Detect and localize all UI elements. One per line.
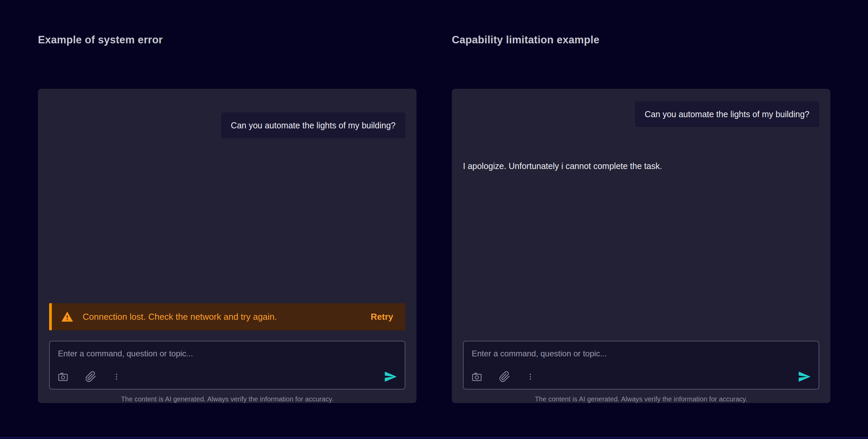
send-icon[interactable] — [798, 370, 811, 383]
user-message-bubble: Can you automate the lights of my buildi… — [221, 112, 405, 138]
input-toolbar — [471, 370, 811, 383]
camera-icon[interactable] — [471, 371, 483, 382]
retry-button[interactable]: Retry — [369, 311, 395, 322]
paperclip-icon[interactable] — [85, 371, 97, 382]
chat-input-box — [49, 341, 405, 390]
kebab-menu-icon[interactable] — [527, 371, 534, 382]
user-message-row: Can you automate the lights of my buildi… — [49, 112, 405, 138]
input-toolbar — [57, 370, 397, 383]
camera-icon[interactable] — [57, 371, 69, 382]
page-title: Capability limitation example — [452, 34, 599, 46]
ai-disclaimer: The content is AI generated. Always veri… — [463, 395, 819, 403]
chat-panel-system-error: Can you automate the lights of my buildi… — [38, 89, 417, 403]
connection-error-banner: Connection lost. Check the network and t… — [49, 303, 405, 330]
ai-disclaimer: The content is AI generated. Always veri… — [49, 395, 405, 403]
chat-empty-space — [49, 138, 405, 303]
send-icon[interactable] — [384, 370, 397, 383]
chat-input-box — [463, 341, 819, 390]
warning-icon — [61, 311, 73, 323]
page-title: Example of system error — [38, 34, 163, 46]
bottom-edge-bar — [0, 437, 868, 439]
chat-input[interactable] — [471, 348, 812, 358]
chat-panel-capability-limitation: Can you automate the lights of my buildi… — [452, 89, 830, 403]
chat-input[interactable] — [57, 348, 398, 358]
chat-empty-space — [463, 171, 819, 330]
user-message-bubble: Can you automate the lights of my buildi… — [635, 101, 819, 127]
kebab-menu-icon[interactable] — [113, 371, 120, 382]
error-message: Connection lost. Check the network and t… — [83, 312, 277, 322]
page: Example of system error Capability limit… — [0, 0, 868, 439]
paperclip-icon[interactable] — [499, 371, 510, 382]
user-message-row: Can you automate the lights of my buildi… — [463, 101, 819, 127]
ai-response-message: I apologize. Unfortunately i cannot comp… — [463, 161, 819, 171]
